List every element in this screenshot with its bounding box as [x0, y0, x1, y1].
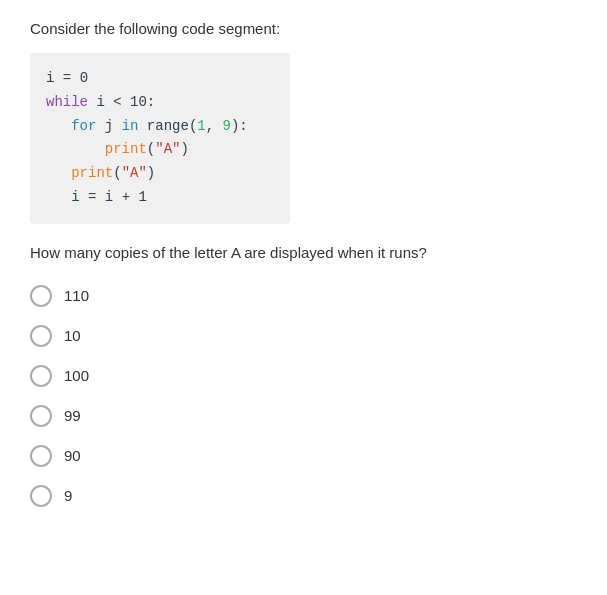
option-label-4: 99 [64, 407, 81, 424]
option-2[interactable]: 10 [30, 325, 577, 347]
option-3[interactable]: 100 [30, 365, 577, 387]
radio-6[interactable] [30, 485, 52, 507]
question-text: How many copies of the letter A are disp… [30, 244, 577, 261]
option-5[interactable]: 90 [30, 445, 577, 467]
code-line-5: print("A") [46, 162, 274, 186]
options-list: 110 10 100 99 90 9 [30, 285, 577, 507]
option-label-3: 100 [64, 367, 89, 384]
radio-2[interactable] [30, 325, 52, 347]
radio-1[interactable] [30, 285, 52, 307]
page-intro: Consider the following code segment: [30, 20, 577, 37]
code-line-3: for j in range(1, 9): [46, 115, 274, 139]
option-1[interactable]: 110 [30, 285, 577, 307]
code-block: i = 0 while i < 10: for j in range(1, 9)… [30, 53, 290, 224]
code-line-1: i = 0 [46, 67, 274, 91]
code-line-2: while i < 10: [46, 91, 274, 115]
radio-4[interactable] [30, 405, 52, 427]
radio-3[interactable] [30, 365, 52, 387]
code-line-6: i = i + 1 [46, 186, 274, 210]
option-label-2: 10 [64, 327, 81, 344]
code-line-4: print("A") [46, 138, 274, 162]
option-4[interactable]: 99 [30, 405, 577, 427]
option-label-6: 9 [64, 487, 72, 504]
option-6[interactable]: 9 [30, 485, 577, 507]
option-label-1: 110 [64, 287, 89, 304]
radio-5[interactable] [30, 445, 52, 467]
option-label-5: 90 [64, 447, 81, 464]
